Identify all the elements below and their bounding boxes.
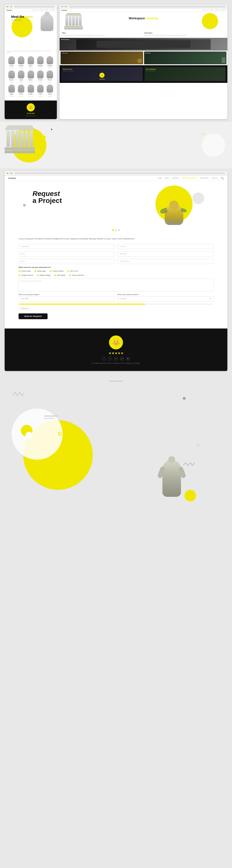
team-member-15: Mia Cox Social: [46, 85, 54, 97]
req-nav-services[interactable]: SERVICES: [172, 177, 179, 179]
nav-about[interactable]: ABOUT: [35, 10, 38, 11]
social-icon-googleplus[interactable]: g+: [120, 357, 124, 361]
member-title-1: CEO: [7, 66, 15, 67]
social-icon-linkedin[interactable]: in: [114, 357, 118, 361]
cb-dot-digital: [37, 274, 39, 276]
statue-yellow-circle: [185, 490, 196, 501]
request-project-page: Dottopia HOME ABOUT SERVICES REQUEST A P…: [5, 171, 227, 371]
right-nav-services[interactable]: SERVICES: [210, 10, 214, 11]
about-me-placeholder: About ME: [120, 253, 127, 255]
nav-request[interactable]: REQUEST: [45, 10, 49, 11]
dropdown-arrow-icon: ▼: [209, 298, 211, 300]
browser-dot-yellow: [8, 6, 10, 7]
cb-seo[interactable]: SEO & SCI: [67, 270, 78, 272]
right-nav-request[interactable]: REQUEST: [215, 10, 219, 11]
ws-photo-1: Working Space: [60, 38, 227, 51]
deco-dot-3: [203, 133, 204, 135]
cb-google[interactable]: Google adwords: [19, 274, 33, 276]
right-nav-about[interactable]: ABOUT: [206, 10, 209, 11]
browser-dot-red: [6, 6, 8, 7]
member-title-12: Dev: [17, 94, 25, 95]
social-dot: [21, 96, 22, 97]
function-input[interactable]: Function: [118, 244, 213, 249]
building-col-5: [25, 130, 29, 147]
social-icon-youtube[interactable]: ▶: [126, 357, 130, 361]
project-description-textarea[interactable]: Your project description here...: [19, 279, 213, 291]
building-feature-section: [0, 122, 232, 168]
form-intro-text: If you're looking for the latest to enha…: [19, 238, 213, 240]
request-title-line1: Request: [32, 190, 60, 197]
cb-mobile-apps[interactable]: Mobile apps: [34, 270, 46, 272]
outline-dot-1: [58, 432, 62, 435]
submit-button[interactable]: SEND MY REQUEST: [19, 313, 47, 319]
member-avatar-8: [28, 70, 34, 79]
team-member-6: Sam Green Writer: [7, 70, 15, 83]
workspace-dark-panels: Meet the team Explore our creative team …: [60, 65, 227, 83]
cb-content[interactable]: Content related: [49, 270, 64, 272]
req-nav-about[interactable]: ABOUT: [165, 177, 169, 179]
workspace-hero-section: Workspace certainty: [60, 12, 227, 30]
building-base: [5, 147, 35, 151]
corporation-input[interactable]: Corporation: [19, 244, 114, 249]
timeline-input[interactable]: 3 to 2021 ▼: [118, 296, 213, 301]
search-icon[interactable]: 🔍: [221, 177, 224, 180]
website-input[interactable]: Your Website: [118, 259, 213, 264]
nav-home[interactable]: HOME: [32, 10, 34, 11]
req-dot-green: [11, 173, 12, 174]
member-icons-3: [27, 67, 35, 68]
carousel-dots: [5, 227, 227, 233]
social-dot: [32, 67, 33, 68]
progress-fill: [19, 304, 145, 305]
dot-active[interactable]: [112, 229, 114, 231]
browser-dot-yellow-r: [64, 6, 65, 7]
req-nav-workspace[interactable]: WORKSPACE: [200, 177, 209, 179]
req-nav-home[interactable]: HOME: [158, 177, 162, 179]
social-dot: [40, 96, 41, 97]
right-nav-workspace[interactable]: WORKSPACE: [221, 10, 226, 11]
social-dot: [49, 67, 51, 68]
req-nav-contact[interactable]: CONTACT: [211, 177, 218, 179]
dot-3[interactable]: [118, 229, 120, 231]
inner-white-circle: [26, 432, 32, 439]
services-label: What services are you interested in?: [19, 266, 213, 268]
hero-statue-figure: [41, 14, 55, 32]
social-icon-twitter[interactable]: t: [108, 357, 112, 361]
about-me-input[interactable]: About ME: [118, 251, 213, 256]
req-nav-request[interactable]: REQUEST A PROJECT: [182, 177, 197, 179]
cb-video[interactable]: Video production: [69, 274, 84, 276]
footer-tagline: The best creative agency: [7, 115, 54, 116]
social-dot: [19, 67, 20, 68]
budget-input[interactable]: 1000-2000: [19, 296, 114, 301]
cb-social-media[interactable]: Social media: [19, 270, 31, 272]
right-mockup-logo: Dottopia: [62, 9, 67, 11]
cb-label-mobile: Mobile apps: [37, 270, 46, 272]
member-title-13: PM: [27, 94, 35, 95]
upload-button[interactable]: Upload Files: [19, 307, 30, 310]
member-icons-8: [27, 82, 35, 83]
request-browser-bar: [5, 171, 227, 176]
dark-panel-workspace-text: See our amazing office: [146, 70, 224, 71]
member-avatar-10: [46, 70, 53, 79]
cb-label-seo: SEO & SCI: [70, 270, 78, 272]
team-member-2: Jane Smith Designer: [17, 56, 25, 68]
nav-workspace[interactable]: WORKSPACE: [50, 10, 55, 11]
timeline-label: What is your project timeline?: [118, 294, 213, 295]
dark-panel-workspace: Our workspace See our amazing office: [144, 67, 226, 81]
cb-label-digital: Digital strategy: [40, 274, 51, 276]
ws-col-workstation: Workstation Equipped with the latest tec…: [144, 32, 225, 36]
workspace-photos-section: Working Space Coffee Break Mobile Work: [60, 38, 227, 65]
member-avatar-7: [18, 70, 24, 79]
workspace-title: Workspace certainty: [121, 17, 167, 20]
name-input[interactable]: Name: [19, 251, 114, 256]
team-description: We are a team of passionate designers an…: [5, 49, 57, 54]
nav-services[interactable]: SERVICES: [39, 10, 44, 11]
right-nav-home[interactable]: HOME: [202, 10, 205, 11]
cb-web[interactable]: Web design: [54, 274, 65, 276]
email-input[interactable]: Email: [19, 259, 114, 264]
social-icon-facebook[interactable]: f: [102, 357, 106, 361]
request-hero-figure: [162, 199, 186, 227]
social-dot: [51, 82, 52, 83]
cb-digital[interactable]: Digital strategy: [37, 274, 51, 276]
browser-bar-left: [5, 5, 57, 9]
dot-2[interactable]: [115, 229, 117, 231]
